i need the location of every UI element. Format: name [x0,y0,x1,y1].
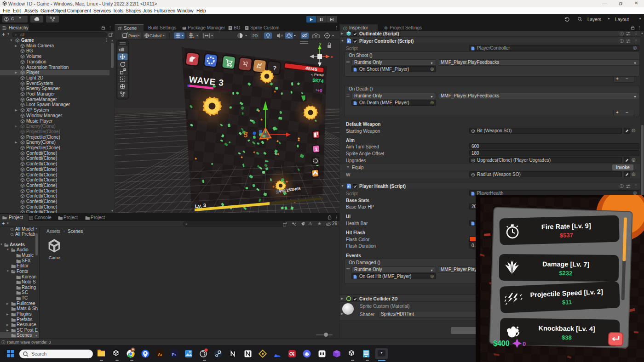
svg-text:Damage [Lv. 7]: Damage [Lv. 7] [542,260,589,268]
svg-text:#: # [348,40,350,43]
svg-text:$232: $232 [559,270,572,277]
svg-text:$537: $537 [560,232,573,239]
svg-text:Lv. 3: Lv. 3 [195,203,206,209]
svg-text:y: y [319,41,322,45]
svg-text:Pivot: Pivot [128,34,138,38]
svg-text:˂ Persp: ˂ Persp [311,73,324,77]
svg-text:Search: Search [31,351,46,356]
svg-text:$38: $38 [562,334,572,341]
svg-text:Knockback [Lv. 4]: Knockback [Lv. 4] [538,324,595,333]
svg-text:Global: Global [150,34,161,38]
svg-text:Pr: Pr [172,352,177,357]
svg-text:#: # [348,185,350,188]
svg-text:$400: $400 [493,339,510,347]
svg-text:Fire Rate [Lv. 9]: Fire Rate [Lv. 9] [541,222,591,231]
svg-text:+: + [315,88,318,92]
svg-text:x: x [331,55,333,59]
svg-text:5: 5 [243,130,248,139]
svg-text:$11: $11 [562,299,572,306]
svg-text:0: 0 [523,340,526,347]
svg-text:1: 1 [315,146,318,152]
svg-text:Ai: Ai [158,352,162,357]
svg-text:2D: 2D [253,34,258,38]
